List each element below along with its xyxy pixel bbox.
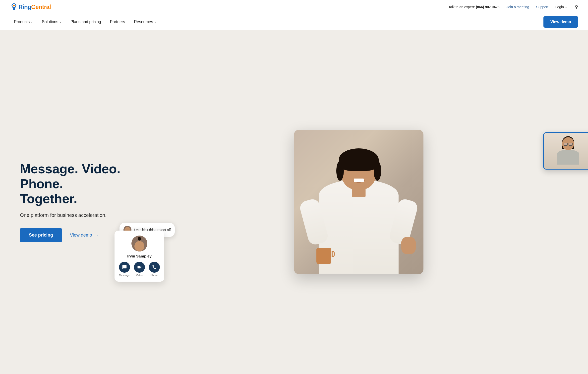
nav-item-plans-pricing[interactable]: Plans and pricing bbox=[66, 18, 105, 26]
main-video-panel bbox=[294, 130, 423, 274]
view-demo-button[interactable]: View demo bbox=[543, 16, 578, 28]
svg-point-1 bbox=[13, 5, 15, 6]
pip-video bbox=[543, 132, 588, 170]
nav-items: Products ⌄ Solutions ⌄ Plans and pricing… bbox=[10, 18, 543, 26]
pip-body bbox=[557, 150, 579, 165]
view-demo-text: View demo bbox=[70, 233, 92, 238]
search-icon[interactable]: ⚲ bbox=[575, 4, 578, 10]
arrow-right-icon: → bbox=[94, 233, 99, 238]
logo-icon bbox=[10, 3, 18, 11]
nav-item-products[interactable]: Products ⌄ bbox=[10, 18, 37, 26]
resources-label: Resources bbox=[134, 20, 153, 24]
hero-title-line2: Together. bbox=[20, 191, 77, 206]
woman-figure bbox=[311, 135, 406, 274]
contact-action-video[interactable]: Video bbox=[134, 262, 145, 277]
join-meeting-link[interactable]: Join a meeting bbox=[507, 5, 529, 9]
hero-title-line1: Message. Video. Phone. bbox=[20, 162, 120, 191]
message-icon bbox=[122, 265, 127, 270]
chevron-down-icon: ⌄ bbox=[31, 20, 33, 23]
nav-bar: Products ⌄ Solutions ⌄ Plans and pricing… bbox=[0, 14, 588, 30]
see-pricing-button[interactable]: See pricing bbox=[20, 228, 62, 242]
chevron-down-icon: ⌄ bbox=[565, 5, 568, 9]
pip-head bbox=[562, 137, 574, 150]
woman-teeth bbox=[354, 179, 364, 182]
nav-item-resources[interactable]: Resources ⌄ bbox=[130, 18, 160, 26]
phone-button[interactable] bbox=[149, 262, 160, 273]
contact-name: Irvin Sampley bbox=[120, 254, 158, 258]
coffee-mug bbox=[316, 248, 331, 264]
pip-glasses-right bbox=[569, 143, 573, 146]
phone-label: Phone bbox=[150, 274, 158, 277]
top-bar: RingCentral Talk to an expert: (866) 907… bbox=[0, 0, 588, 14]
login-button[interactable]: Login ⌄ bbox=[555, 5, 568, 9]
pip-glasses-bridge bbox=[568, 144, 569, 144]
woman-hand-right bbox=[401, 237, 416, 254]
nav-item-solutions[interactable]: Solutions ⌄ bbox=[38, 18, 65, 26]
phone-icon bbox=[152, 265, 157, 270]
video-icon bbox=[137, 265, 142, 270]
talk-to-expert: Talk to an expert: (866) 907 0428 bbox=[448, 5, 499, 9]
video-button[interactable] bbox=[134, 262, 145, 273]
products-label: Products bbox=[14, 20, 30, 24]
svg-rect-2 bbox=[13, 8, 15, 10]
hero-title: Message. Video. Phone. Together. bbox=[20, 162, 139, 206]
hero-right: Let's kick this project off Irvin Sample… bbox=[139, 127, 578, 277]
woman-head bbox=[341, 151, 376, 189]
message-label: Message bbox=[119, 274, 130, 277]
video-label: Video bbox=[136, 274, 143, 277]
logo-central: Central bbox=[31, 3, 51, 10]
chevron-down-icon: ⌄ bbox=[154, 20, 156, 23]
hero-section: Message. Video. Phone. Together. One pla… bbox=[0, 30, 588, 374]
logo: RingCentral bbox=[10, 3, 51, 11]
contact-action-phone[interactable]: Phone bbox=[149, 262, 160, 277]
pip-person bbox=[544, 133, 588, 169]
mug-handle bbox=[332, 251, 335, 257]
hero-left: Message. Video. Phone. Together. One pla… bbox=[20, 162, 139, 242]
message-button[interactable] bbox=[119, 262, 130, 273]
hero-cta: See pricing View demo → bbox=[20, 228, 139, 242]
top-bar-right: Talk to an expert: (866) 907 0428 Join a… bbox=[448, 4, 578, 10]
support-link[interactable]: Support bbox=[536, 5, 548, 9]
pip-figure bbox=[557, 137, 579, 165]
hero-subtitle: One platform for business acceleration. bbox=[20, 212, 139, 218]
logo-ring: Ring bbox=[18, 3, 31, 10]
woman-hair-top bbox=[339, 148, 379, 171]
contact-action-message[interactable]: Message bbox=[119, 262, 130, 277]
pip-glasses-left bbox=[564, 143, 568, 146]
chevron-down-icon: ⌄ bbox=[59, 20, 61, 23]
nav-item-partners[interactable]: Partners bbox=[106, 18, 129, 26]
solutions-label: Solutions bbox=[42, 20, 58, 24]
view-demo-link[interactable]: View demo → bbox=[70, 233, 99, 238]
contact-head bbox=[134, 241, 144, 251]
contact-actions: Message Video bbox=[120, 262, 158, 277]
